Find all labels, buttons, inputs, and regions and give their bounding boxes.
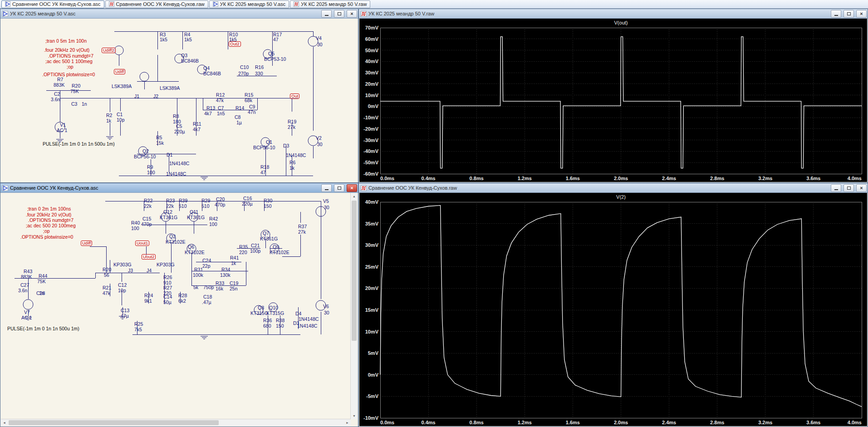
schematic-canvas[interactable]: R2222kR2322kR39510R29510C20470pC16220µR3… — [1, 193, 351, 419]
tab-document-2[interactable]: УК КС 2025 меандр 50 V.asc — [209, 0, 289, 8]
component-label[interactable]: 27k — [288, 125, 295, 130]
component-label[interactable]: R43 — [24, 269, 32, 274]
component-label[interactable]: Q5 — [268, 51, 275, 56]
component-label[interactable]: J2 — [153, 94, 158, 99]
component-label[interactable]: 47 — [260, 170, 266, 175]
component-label[interactable]: 150 — [264, 204, 272, 209]
component-label[interactable]: 75K — [70, 89, 79, 94]
component-label[interactable]: 220 — [239, 250, 247, 255]
component-label[interactable]: R35 — [239, 245, 248, 250]
component-label[interactable]: R26 — [163, 275, 172, 280]
component-label[interactable]: Q6 — [188, 245, 194, 250]
component-label[interactable]: R2 — [106, 113, 112, 118]
component-label[interactable]: Q12 — [163, 210, 172, 215]
maximize-button[interactable] — [843, 184, 854, 192]
component-label[interactable]: 100 — [209, 222, 217, 227]
component-label[interactable]: 1k5 — [160, 37, 167, 42]
net-flag[interactable]: Udiff2 — [102, 48, 116, 53]
component-label[interactable]: R25 — [134, 322, 143, 327]
titlebar[interactable]: Сравнение ООС УК Кенвуд-Сухов.asc — [0, 183, 358, 193]
component-label[interactable]: 1N4148C — [286, 153, 306, 158]
scroll-right-button[interactable]: ► — [344, 419, 351, 426]
waveform-pane[interactable]: 0.0ms0.4ms0.8ms1.2ms1.6ms2.0ms2.4ms2.8ms… — [359, 19, 867, 182]
component-label[interactable]: R15 — [245, 93, 253, 98]
spice-directive[interactable]: .OPTIONS numdgt=7 — [48, 54, 93, 59]
spice-directive[interactable]: ;ac dec 500 20 100meg — [26, 223, 76, 228]
spice-directive[interactable]: .four 20kHz 20 v(Out) — [26, 212, 71, 217]
component-label[interactable]: R31 — [194, 267, 203, 272]
component-label[interactable]: 10p — [118, 288, 126, 293]
spice-directive[interactable]: .OPTIONS numdgt=7 — [28, 218, 74, 223]
component-label[interactable]: 75K — [37, 279, 46, 284]
scroll-down-button[interactable]: ▼ — [351, 412, 358, 419]
component-label[interactable]: C12 — [118, 283, 127, 288]
component-label[interactable]: V1 — [60, 123, 66, 128]
component-label[interactable]: R41 — [230, 255, 239, 260]
minimize-button[interactable] — [831, 184, 841, 192]
component-label[interactable]: R18 — [260, 165, 269, 170]
component-label[interactable]: 1µ — [236, 120, 242, 125]
component-label[interactable]: R40 — [131, 221, 140, 226]
component-label[interactable]: R39 — [179, 198, 187, 203]
component-label[interactable]: V4 — [316, 36, 322, 41]
component-label[interactable]: 68k — [245, 98, 252, 103]
waveform-plot[interactable]: 0.0ms0.4ms0.8ms1.2ms1.6ms2.0ms2.4ms2.8ms… — [359, 193, 867, 426]
component-label[interactable]: R34 — [221, 267, 230, 272]
component-label[interactable]: R5 — [156, 135, 162, 140]
component-label[interactable]: C9 — [249, 104, 255, 109]
component-label[interactable]: V7 — [24, 310, 30, 315]
component-label[interactable]: C1 — [117, 112, 123, 117]
component-label[interactable]: J3 — [128, 268, 133, 273]
spice-directive[interactable]: .four 20kHz 20 v(Out) — [44, 48, 89, 53]
component-label[interactable]: C10 — [240, 65, 249, 70]
component-label[interactable]: C20 — [216, 197, 225, 202]
component-label[interactable]: 27k — [298, 230, 306, 235]
spice-directive[interactable]: ;op — [43, 229, 50, 234]
titlebar[interactable]: УК КС 2025 меандр 50 V.asc — [0, 9, 358, 19]
component-label[interactable]: J1 — [134, 94, 139, 99]
component-label[interactable]: Q1 — [266, 140, 272, 145]
component-label[interactable]: 56 — [104, 273, 109, 278]
component-label[interactable]: 510 — [179, 204, 187, 209]
component-label[interactable]: R9 — [147, 165, 153, 170]
component-label[interactable]: Q2 — [169, 234, 176, 239]
component-label[interactable]: 1k — [289, 166, 294, 171]
component-label[interactable]: 47µ — [121, 314, 129, 319]
component-label[interactable]: R16 — [255, 65, 264, 70]
component-label[interactable]: AC 1 — [57, 128, 67, 133]
component-label[interactable]: R44 — [39, 274, 47, 279]
net-flag[interactable]: Uout2 — [142, 254, 156, 260]
component-label[interactable]: R33 — [216, 281, 224, 286]
net-flag[interactable]: Uout1 — [135, 240, 149, 246]
component-label[interactable]: 9k1 — [144, 299, 152, 304]
component-label[interactable]: 1k5 — [184, 37, 192, 42]
tab-document-3[interactable]: УК КС 2025 меандр 50 V.raw — [290, 0, 370, 8]
net-flag[interactable]: Udiff — [81, 240, 92, 246]
component-label[interactable]: 1N4148C — [297, 324, 317, 329]
component-label[interactable]: 100p — [250, 249, 260, 254]
component-label[interactable]: R20 — [72, 83, 80, 88]
component-label[interactable]: C24 — [202, 258, 211, 263]
component-label[interactable]: C5 — [176, 124, 182, 129]
tab-document-0[interactable]: Сравнение ООС УК Кенвуд-Сухов.asc — [1, 0, 104, 8]
component-label[interactable]: LSK389A — [112, 84, 132, 89]
waveform-pane[interactable]: 0.0ms0.4ms0.8ms1.2ms1.6ms2.0ms2.4ms2.8ms… — [359, 193, 867, 426]
component-label[interactable]: KT361G — [160, 215, 177, 220]
component-label[interactable]: Q3 — [181, 53, 187, 58]
component-label[interactable]: 22k — [144, 204, 152, 209]
component-label[interactable]: V5 — [323, 199, 329, 204]
component-label[interactable]: 220µ — [242, 201, 253, 206]
minimize-button[interactable] — [321, 10, 332, 18]
component-label[interactable]: R28 — [178, 293, 187, 298]
component-label[interactable]: BCP53-10 — [264, 57, 286, 62]
close-button[interactable] — [347, 184, 357, 192]
vertical-scrollbar[interactable]: ▲ ▼ — [350, 193, 358, 419]
component-label[interactable]: C8 — [235, 115, 240, 120]
component-label[interactable]: 25n — [230, 286, 238, 291]
close-button[interactable] — [347, 10, 357, 18]
component-label[interactable]: R37 — [298, 224, 307, 229]
component-label[interactable]: 6k2 — [178, 299, 186, 304]
component-label[interactable]: R36 — [263, 318, 272, 323]
component-label[interactable]: 883K — [54, 83, 65, 88]
component-label[interactable]: 47k — [103, 291, 110, 296]
